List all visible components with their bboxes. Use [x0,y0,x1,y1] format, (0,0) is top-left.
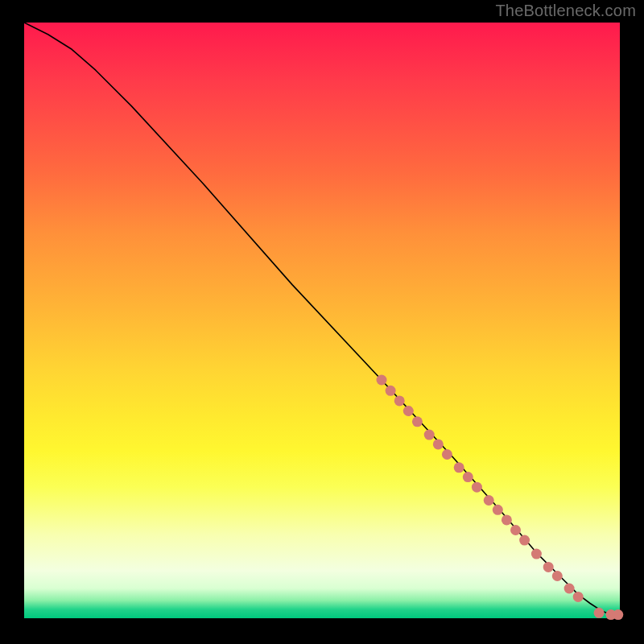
data-point [433,439,444,449]
data-point [472,482,482,493]
data-point [463,472,473,482]
data-point [531,549,542,559]
data-point [493,505,503,515]
series-curve [24,23,620,615]
data-point [412,416,423,427]
data-point [394,395,405,406]
data-point [564,584,575,594]
data-point [424,430,435,440]
data-point [519,535,530,546]
watermark-text: TheBottleneck.com [495,2,636,20]
data-point [386,386,396,396]
data-point [377,375,387,386]
data-point [510,525,521,535]
data-point [573,592,584,602]
data-point [454,462,464,473]
data-point [502,514,512,525]
data-point [403,406,414,416]
chart-frame: TheBottleneck.com [0,0,644,644]
data-point [594,608,605,618]
chart-svg [24,23,620,618]
data-points-group [377,375,624,621]
data-point [484,495,494,506]
data-point [552,571,563,581]
data-point [613,609,623,620]
data-point [543,562,554,572]
plot-area [24,23,620,618]
data-point [442,449,452,460]
